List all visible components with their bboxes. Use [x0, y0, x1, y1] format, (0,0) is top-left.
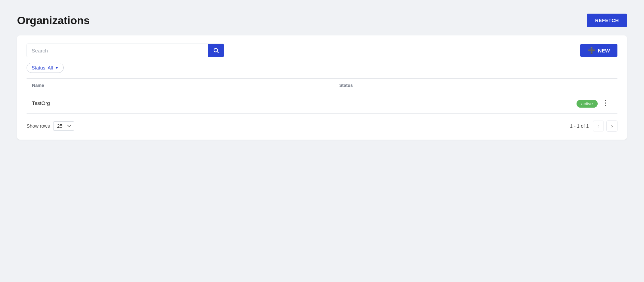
- table-row[interactable]: TestOrg active ⋮: [27, 92, 617, 114]
- status-badge: active: [577, 100, 598, 108]
- filters-row: Status: All ▼: [27, 63, 617, 73]
- table-header-row: Name Status: [27, 79, 617, 92]
- pagination: 1 - 1 of 1 ‹ ›: [570, 121, 617, 131]
- org-status-cell: active ⋮: [334, 92, 617, 114]
- pagination-info: 1 - 1 of 1: [570, 123, 589, 129]
- org-name: TestOrg: [27, 92, 334, 114]
- search-input[interactable]: [27, 44, 208, 57]
- rows-per-page-select[interactable]: 10 25 50 100: [53, 121, 74, 131]
- column-header-name: Name: [27, 79, 334, 92]
- column-header-status: Status: [334, 79, 617, 92]
- table-footer: Show rows 10 25 50 100 1 - 1 of 1 ‹ ›: [27, 121, 617, 131]
- plus-icon: ➕: [588, 47, 595, 53]
- status-filter-button[interactable]: Status: All ▼: [27, 63, 64, 73]
- show-rows-label: Show rows: [27, 123, 50, 129]
- page-title: Organizations: [17, 14, 90, 27]
- show-rows-wrapper: Show rows 10 25 50 100: [27, 121, 74, 131]
- refetch-button[interactable]: REFETCH: [587, 14, 627, 27]
- page-header: Organizations REFETCH: [17, 14, 627, 27]
- pagination-prev-button[interactable]: ‹: [593, 121, 604, 131]
- chevron-down-icon: ▼: [55, 66, 59, 70]
- svg-line-1: [217, 51, 218, 53]
- toolbar: ➕ NEW: [27, 44, 617, 57]
- new-button-label: NEW: [598, 48, 610, 53]
- search-icon: [213, 47, 219, 53]
- status-filter-label: Status: All: [32, 65, 53, 70]
- main-card: ➕ NEW Status: All ▼ Name Status TestOrg …: [17, 35, 627, 140]
- organizations-table: Name Status TestOrg active ⋮: [27, 78, 617, 114]
- more-options-button[interactable]: ⋮: [599, 98, 612, 108]
- pagination-next-button[interactable]: ›: [607, 121, 617, 131]
- svg-point-0: [214, 48, 218, 52]
- new-button[interactable]: ➕ NEW: [580, 44, 617, 57]
- search-button[interactable]: [208, 44, 224, 57]
- search-wrapper: [27, 44, 224, 57]
